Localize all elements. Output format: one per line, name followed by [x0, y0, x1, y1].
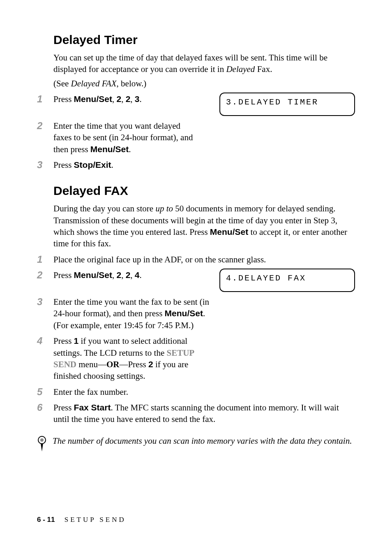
step-number: 4: [37, 334, 48, 348]
step-text: —Press: [119, 359, 148, 369]
step-text: menu—: [76, 359, 106, 369]
step-bold: Fax Start: [74, 403, 111, 412]
step-text: .: [111, 160, 113, 170]
note-icon: [37, 436, 47, 454]
list-item: 1 Place the original face up in the ADF,…: [37, 254, 355, 265]
step-text: .: [129, 144, 131, 154]
step-text: Press: [53, 403, 74, 412]
step-number: 1: [37, 93, 48, 106]
page-footer: 6 - 11 SETUP SEND: [37, 516, 126, 524]
page: Delayed Timer You can set up the time of…: [0, 0, 392, 556]
step-text: ,: [130, 270, 135, 280]
step-text: .: [140, 94, 142, 104]
content-column: Delayed Timer You can set up the time of…: [53, 33, 355, 454]
intro-text: During the day you can store: [53, 204, 155, 213]
intro-text-1: You can set up the time of day that dela…: [53, 53, 327, 74]
step-key: 4: [135, 270, 140, 280]
svg-point-1: [40, 438, 44, 442]
step-text: ,: [121, 270, 126, 280]
step-key: 1: [74, 336, 79, 345]
intro-ital: up to: [155, 204, 173, 213]
step-bold: Menu/Set: [74, 270, 112, 280]
step-key: 2: [126, 94, 131, 104]
see-ital: Delayed FAX: [71, 79, 117, 88]
intro-delayed-fax: During the day you can store up to 50 do…: [53, 203, 355, 249]
note: The number of documents you can scan int…: [37, 435, 355, 454]
step-text: .: [203, 308, 205, 318]
list-item: 4 Press 1 if you want to select addition…: [37, 335, 355, 382]
step-key: 2: [126, 270, 131, 280]
step-text: .: [140, 270, 142, 280]
step-example: (For example, enter 19:45 for 7:45 P.M.): [53, 320, 194, 330]
step-key: 3: [135, 94, 140, 104]
list-item: 3 Enter the time you want the fax to be …: [37, 296, 355, 331]
step-text: Place the original face up in the ADF, o…: [53, 255, 266, 264]
section-name: SETUP SEND: [65, 516, 126, 524]
step-number: 2: [37, 119, 48, 132]
step-text: ,: [112, 270, 117, 280]
step-number: 6: [37, 401, 48, 414]
step-bold: Menu/Set: [90, 144, 129, 154]
see-close: , below.): [117, 79, 147, 88]
lcd-display-timer: 3.DELAYED TIMER: [219, 93, 355, 116]
step-number: 3: [37, 158, 48, 171]
note-text: The number of documents you can scan int…: [53, 435, 352, 447]
step-text: ,: [112, 94, 117, 104]
lcd-display-fax: 4.DELAYED FAX: [219, 269, 355, 292]
step-bold: Menu/Set: [165, 308, 203, 318]
step-or: OR: [106, 359, 120, 369]
list-item: 6 Press Fax Start. The MFC starts scanni…: [37, 402, 355, 425]
step-text: Press: [53, 160, 74, 170]
intro-text-2: Fax.: [255, 64, 272, 74]
step-number: 2: [37, 269, 48, 282]
step-text: Press: [53, 270, 74, 280]
step-text: ,: [121, 94, 126, 104]
see-reference: (See Delayed FAX, below.): [53, 78, 355, 89]
list-item: 2 Enter the time that you want delayed f…: [37, 120, 355, 155]
step-number: 3: [37, 295, 48, 308]
heading-delayed-timer: Delayed Timer: [53, 33, 355, 47]
step-text: Press: [53, 94, 74, 104]
intro-bold: Menu/Set: [210, 227, 248, 236]
heading-delayed-fax: Delayed FAX: [53, 184, 355, 198]
step-text: Enter the fax number.: [53, 387, 128, 397]
step-bold: Menu/Set: [74, 94, 112, 104]
intro-ital: Delayed: [226, 64, 255, 74]
steps-delayed-timer: 1 Press Menu/Set, 2, 2, 3. 3.DELAYED TIM…: [37, 93, 355, 171]
step-text: ,: [130, 94, 135, 104]
step-bold: Stop/Exit: [74, 160, 111, 169]
step-key: 2: [116, 94, 121, 104]
step-key: 2: [148, 359, 153, 369]
intro-delayed-timer: You can set up the time of day that dela…: [53, 52, 355, 75]
list-item: 3 Press Stop/Exit.: [37, 159, 355, 171]
list-item: 2 Press Menu/Set, 2, 2, 4. 4.DELAYED FAX: [37, 269, 355, 292]
page-number: 6 - 11: [37, 516, 55, 524]
see-open: (See: [53, 79, 71, 88]
step-key: 2: [116, 270, 121, 280]
step-number: 1: [37, 253, 48, 266]
list-item: 5 Enter the fax number.: [37, 386, 355, 398]
steps-delayed-fax: 1 Place the original face up in the ADF,…: [37, 254, 355, 425]
step-text: Press: [53, 336, 74, 346]
list-item: 1 Press Menu/Set, 2, 2, 3. 3.DELAYED TIM…: [37, 93, 355, 116]
step-number: 5: [37, 385, 48, 398]
